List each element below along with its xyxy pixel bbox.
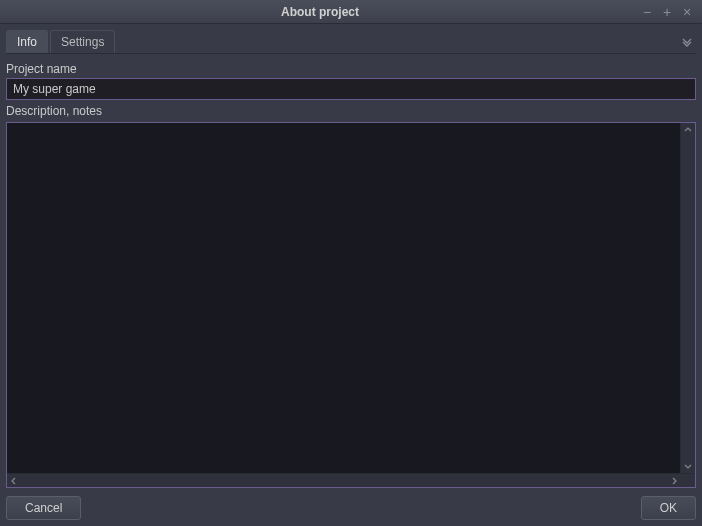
tab-info[interactable]: Info <box>6 30 48 53</box>
project-name-input[interactable] <box>6 78 696 100</box>
scroll-up-icon[interactable] <box>681 123 695 137</box>
cancel-button-label: Cancel <box>25 501 62 515</box>
scroll-down-icon[interactable] <box>681 459 695 473</box>
scroll-right-icon[interactable] <box>667 474 681 487</box>
textarea-inner <box>7 123 695 473</box>
horizontal-scroll-track[interactable] <box>21 474 667 487</box>
minimize-icon[interactable]: − <box>640 5 654 19</box>
close-icon[interactable]: × <box>680 5 694 19</box>
description-input[interactable] <box>7 123 681 473</box>
form-area: Project name Description, notes <box>6 54 696 520</box>
tab-info-label: Info <box>17 35 37 49</box>
maximize-icon[interactable]: + <box>660 5 674 19</box>
window-title: About project <box>0 5 640 19</box>
cancel-button[interactable]: Cancel <box>6 496 81 520</box>
tabs: Info Settings <box>6 30 117 53</box>
ok-button[interactable]: OK <box>641 496 696 520</box>
dialog-content: Info Settings Project name Description, … <box>0 24 702 526</box>
description-label: Description, notes <box>6 104 696 118</box>
vertical-scroll-track[interactable] <box>681 137 695 459</box>
scroll-corner <box>681 474 695 487</box>
ok-button-label: OK <box>660 501 677 515</box>
window-titlebar: About project − + × <box>0 0 702 24</box>
tab-settings-label: Settings <box>61 35 104 49</box>
horizontal-scrollbar[interactable] <box>7 473 695 487</box>
window-controls: − + × <box>640 5 702 19</box>
button-row: Cancel OK <box>6 492 696 520</box>
tab-bar: Info Settings <box>6 30 696 54</box>
vertical-scrollbar[interactable] <box>681 123 695 473</box>
scroll-left-icon[interactable] <box>7 474 21 487</box>
tab-overflow-icon[interactable] <box>678 33 696 51</box>
description-area <box>6 122 696 488</box>
project-name-label: Project name <box>6 62 696 76</box>
tab-settings[interactable]: Settings <box>50 30 115 53</box>
